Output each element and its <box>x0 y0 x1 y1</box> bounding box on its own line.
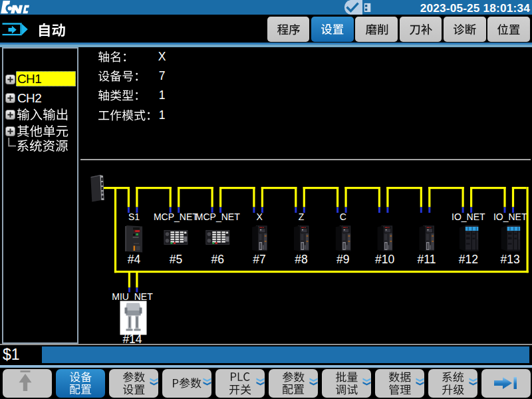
svg-text:#5: #5 <box>170 253 182 266</box>
svg-text:S1: S1 <box>128 211 140 222</box>
svg-text:#11: #11 <box>418 253 436 266</box>
svg-text:C: C <box>340 211 346 222</box>
svg-text:X: X <box>256 211 263 222</box>
svg-text:#9: #9 <box>336 253 349 266</box>
svg-text:#13: #13 <box>501 253 520 266</box>
svg-text:Z: Z <box>299 211 305 222</box>
svg-text:#4: #4 <box>128 253 141 266</box>
svg-text:#7: #7 <box>253 253 265 266</box>
svg-text:MIU_NET: MIU_NET <box>112 291 153 302</box>
svg-text:#10: #10 <box>375 253 394 266</box>
svg-text:#12: #12 <box>459 253 478 266</box>
svg-text:IO_NET: IO_NET <box>493 211 527 222</box>
svg-text:#8: #8 <box>295 253 307 266</box>
svg-text:MCP_NET: MCP_NET <box>154 211 198 222</box>
svg-text:IO_NET: IO_NET <box>452 211 485 222</box>
svg-text:MCP_NET: MCP_NET <box>196 211 240 222</box>
svg-text:#6: #6 <box>211 253 224 266</box>
